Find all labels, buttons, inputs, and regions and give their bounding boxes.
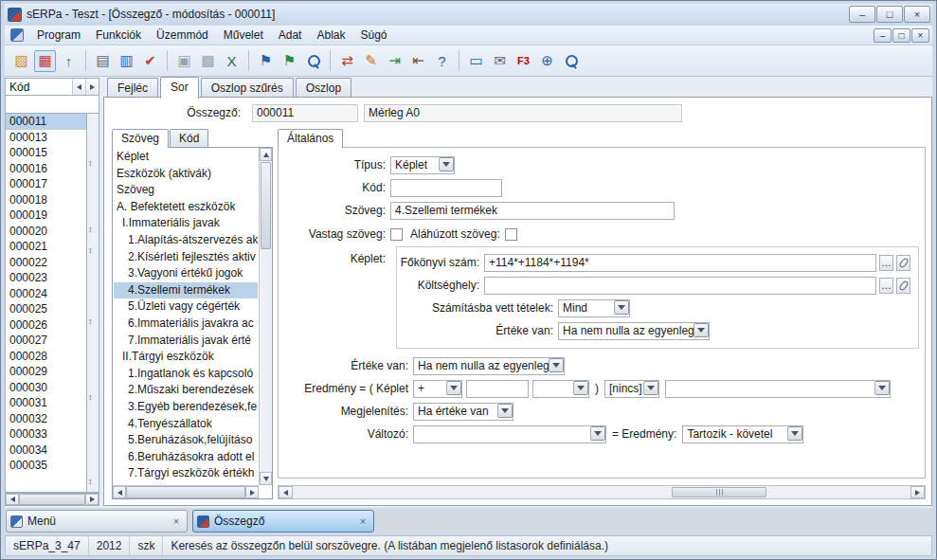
- task-tab-menu[interactable]: Menü ×: [6, 510, 188, 533]
- document-icon[interactable]: [10, 28, 24, 42]
- form-hscrollbar[interactable]: [278, 485, 926, 499]
- tab-oszlop[interactable]: Oszlop: [296, 78, 351, 98]
- tab-szoveg[interactable]: Szöveg: [112, 129, 169, 148]
- eredmeny-tipus-combo[interactable]: Tartozik - követel: [682, 425, 803, 443]
- row-list-item[interactable]: Eszközök (aktivák): [114, 166, 258, 183]
- row-list-item[interactable]: 6.Beruházásokra adott el: [114, 449, 258, 466]
- menu-sugo[interactable]: Súgó: [352, 27, 394, 45]
- scroll-right-button[interactable]: [910, 486, 925, 498]
- row-list-item[interactable]: 2.Kísérleti fejlesztés aktiv: [114, 249, 258, 266]
- tipus-combo[interactable]: Képlet: [390, 156, 455, 174]
- szoveg-input[interactable]: 4.Szellemi termékek: [390, 202, 675, 220]
- row-list-item[interactable]: 1.Ingatlanok és kapcsoló: [114, 366, 258, 383]
- print-icon[interactable]: ▤: [92, 50, 114, 72]
- child-restore-button[interactable]: □: [892, 28, 910, 43]
- restore-button[interactable]: □: [876, 6, 903, 23]
- scroll-up-button[interactable]: [260, 148, 272, 161]
- prev-column-button[interactable]: [72, 79, 85, 95]
- szamitasba-combo[interactable]: Mind: [558, 299, 630, 317]
- code-list-item[interactable]: 000018: [6, 192, 86, 208]
- kod-input[interactable]: [390, 179, 502, 197]
- child-minimize-button[interactable]: –: [874, 28, 892, 43]
- row-list-item[interactable]: II.Tárgyi eszközök: [114, 349, 258, 366]
- mail-icon[interactable]: ✉: [489, 50, 511, 72]
- print-check-icon[interactable]: ✔: [139, 50, 161, 72]
- dropdown-arrow-icon[interactable]: [614, 300, 629, 315]
- task-tab-osszegzo[interactable]: Összegző ×: [192, 510, 374, 533]
- valtozo-combo[interactable]: [413, 425, 606, 443]
- code-list-item[interactable]: 000022: [6, 255, 86, 271]
- menu-program[interactable]: Program: [29, 27, 88, 45]
- dropdown-arrow-icon[interactable]: [573, 381, 588, 395]
- close-tab-icon[interactable]: ×: [170, 515, 183, 528]
- summary-name-field[interactable]: Mérleg A0: [364, 104, 682, 122]
- row-list-item[interactable]: I.Immateriális javak: [114, 215, 258, 232]
- code-list-item[interactable]: 000029: [6, 364, 86, 380]
- koltseghely-attach-button[interactable]: [896, 278, 910, 294]
- row-list-item[interactable]: 4.Szellemi termékek: [114, 282, 258, 299]
- erteke-van-combo[interactable]: Ha nem nulla az egyenleg: [558, 322, 710, 340]
- next-column-button[interactable]: [85, 79, 99, 95]
- minimize-button[interactable]: –: [849, 6, 875, 23]
- code-list-item[interactable]: 000027: [6, 333, 86, 349]
- row-list-item[interactable]: 4.Tenyészállatok: [114, 416, 258, 433]
- row-list-item[interactable]: 7.Immateriális javak érté: [114, 333, 258, 350]
- row-list-item[interactable]: 3.Vagyoni értékű jogok: [114, 265, 258, 282]
- koltseghely-input[interactable]: [484, 277, 876, 295]
- edit-icon[interactable]: ✎: [360, 50, 382, 72]
- tab-altalanos[interactable]: Általános: [278, 129, 343, 148]
- underline-checkbox[interactable]: [505, 228, 517, 241]
- row-list-item[interactable]: Szöveg: [114, 182, 258, 199]
- code-list-item[interactable]: 000021: [6, 239, 86, 255]
- code-list-item[interactable]: 000028: [6, 349, 86, 365]
- menu-uzemmod[interactable]: Üzemmód: [149, 27, 216, 45]
- code-list-item[interactable]: 000035: [6, 458, 86, 474]
- f3-icon[interactable]: F3: [513, 50, 534, 72]
- eredmeny-extra-combo[interactable]: [665, 380, 891, 398]
- menu-adat[interactable]: Adat: [271, 27, 310, 45]
- dropdown-arrow-icon[interactable]: [439, 157, 454, 172]
- scroll-thumb[interactable]: [261, 162, 271, 249]
- row-list-item[interactable]: 5.Üzleti vagy cégérték: [114, 298, 258, 316]
- fokonyvi-attach-button[interactable]: [896, 255, 910, 271]
- window-grid-icon[interactable]: ▦: [34, 50, 56, 72]
- scroll-thumb[interactable]: [126, 486, 245, 498]
- search-icon[interactable]: [302, 50, 324, 72]
- fokonyvi-more-button[interactable]: …: [879, 255, 893, 271]
- scroll-right-button[interactable]: [85, 494, 99, 505]
- transfer-icon[interactable]: ⇄: [336, 50, 358, 72]
- import-icon[interactable]: ⇥: [384, 50, 405, 72]
- code-list-item[interactable]: 000015: [6, 145, 86, 161]
- scroll-left-button[interactable]: [6, 494, 19, 505]
- bold-checkbox[interactable]: [390, 228, 403, 241]
- tree-vscrollbar[interactable]: [259, 148, 272, 485]
- row-list-item[interactable]: A. Befektetett eszközök: [114, 199, 258, 216]
- open-icon[interactable]: ▨: [10, 50, 32, 72]
- eredmeny-op-combo[interactable]: +: [413, 380, 462, 398]
- flag-green-icon[interactable]: ⚑: [279, 50, 300, 72]
- row-list-item[interactable]: 5.Beruházások,felújításo: [114, 432, 258, 449]
- summary-code-field[interactable]: 000011: [252, 104, 358, 122]
- dropdown-arrow-icon[interactable]: [549, 358, 564, 372]
- row-list-item[interactable]: 6.Immateriális javakra ac: [114, 316, 258, 333]
- scroll-right-button[interactable]: [245, 486, 259, 498]
- code-list-item[interactable]: 000019: [6, 208, 86, 224]
- dropdown-arrow-icon[interactable]: [694, 323, 709, 337]
- tab-kod[interactable]: Kód: [170, 129, 208, 147]
- code-list-item[interactable]: 000030: [6, 380, 86, 396]
- code-list-item[interactable]: 000032: [6, 411, 86, 427]
- scroll-thumb[interactable]: [19, 494, 85, 505]
- menu-ablak[interactable]: Ablak: [309, 27, 352, 45]
- tab-fejlec[interactable]: Fejléc: [107, 78, 158, 98]
- close-button[interactable]: ×: [904, 6, 930, 23]
- row-list-item[interactable]: 1.Alapítás-átszervezés ak: [114, 232, 258, 249]
- megjelenites-combo[interactable]: Ha értéke van: [413, 403, 514, 421]
- code-list-item[interactable]: 000020: [6, 224, 86, 240]
- export-icon[interactable]: ⇤: [407, 50, 429, 72]
- code-list-item[interactable]: 000023: [6, 270, 86, 286]
- code-list-item[interactable]: 000016: [6, 161, 86, 177]
- copy-icon[interactable]: ▣: [173, 50, 195, 72]
- row-list-item[interactable]: 3.Egyéb berendezések,fe: [114, 399, 258, 416]
- nincs-combo[interactable]: [nincs]: [604, 380, 659, 398]
- code-list-item[interactable]: 000017: [6, 176, 86, 192]
